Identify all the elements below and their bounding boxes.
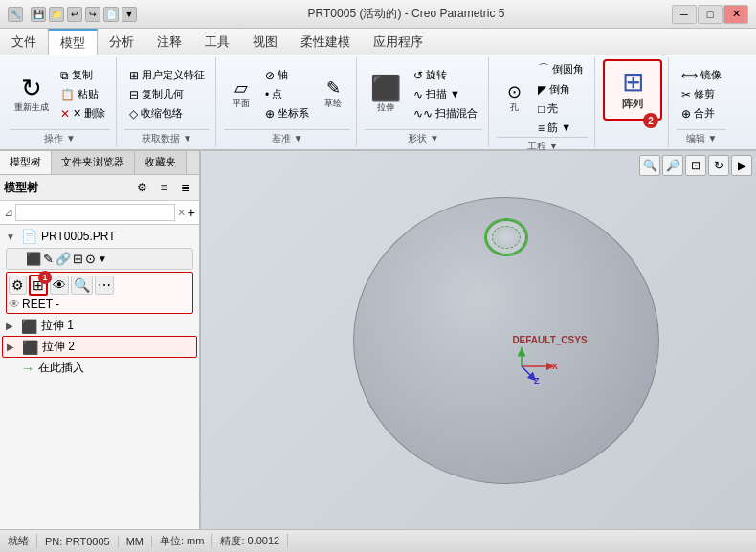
regenerate-button[interactable]: ↻ 重新生成 (10, 72, 54, 118)
tree-root[interactable]: ▼ 📄 PRT0005.PRT (2, 227, 197, 246)
menu-notes[interactable]: 注释 (145, 29, 193, 55)
vp-fit-icon[interactable]: ⊡ (685, 155, 706, 176)
menu-flex[interactable]: 柔性建模 (289, 29, 362, 55)
redo-icon[interactable]: ↪ (85, 7, 100, 22)
datum-buttons: ▱ 平面 ⊘ 轴 • 点 ⊕ 坐标系 ✎ 草绘 (224, 59, 350, 129)
vp-more-icon[interactable]: ▶ (731, 155, 752, 176)
array-icon: ⊞ (622, 69, 644, 96)
coord-button[interactable]: ⊕ 坐标系 (260, 104, 314, 122)
expand-icon: ▼ (6, 232, 17, 242)
main-area: 模型树 文件夹浏览器 收藏夹 模型树 ⚙ ≡ ≣ ⊿ ✕ + ▼ 📄 PRT00… (0, 151, 756, 529)
search-clear-icon[interactable]: ✕ (177, 207, 186, 219)
edit-col: ⧉ 复制 📋 粘贴 ✕ ✕ 删除 (56, 66, 110, 122)
mirror-button[interactable]: ⟺ 镜像 (677, 66, 726, 84)
save-icon[interactable]: 💾 (31, 7, 46, 22)
ctx-icon-more[interactable]: ⋯ (95, 276, 114, 295)
status-ready: 就绪 (8, 534, 37, 548)
plane-button[interactable]: ▱ 平面 (224, 76, 258, 114)
title-bar: 🔧 💾 📁 ↩ ↪ 📄 ▼ PRT0005 (活动的) - Creo Param… (0, 0, 756, 29)
round-icon: ⌒ (538, 61, 549, 77)
user-feature-button[interactable]: ⊞ 用户定义特征 (124, 66, 210, 84)
insert-here-item[interactable]: → 在此插入 (2, 358, 197, 378)
extrude-button[interactable]: ⬛ 拉伸 (365, 72, 407, 118)
sketch-button[interactable]: ✎ 草绘 (316, 76, 350, 114)
insert-icon: → (21, 361, 34, 376)
minimize-button[interactable]: ─ (672, 5, 697, 24)
hole-feature (485, 219, 527, 255)
axis-icon: ⊘ (265, 69, 275, 82)
tab-folder-browser[interactable]: 文件夹浏览器 (52, 151, 135, 174)
filter-icon: ⊿ (4, 206, 13, 219)
round-button[interactable]: ⌒ 倒圆角 (533, 59, 589, 79)
root-icon: 📄 (21, 229, 37, 244)
extrude1-item[interactable]: ▶ ⬛ 拉伸 1 (2, 316, 197, 336)
swept-blend-button[interactable]: ∿∿ 扫描混合 (409, 104, 482, 122)
menu-apps[interactable]: 应用程序 (362, 29, 434, 55)
revolve-icon: ↺ (413, 69, 423, 82)
maximize-button[interactable]: □ (698, 5, 723, 24)
tree-tb-icon2[interactable]: ✎ (43, 252, 54, 266)
sweep-button[interactable]: ∿ 扫描 ▼ (409, 85, 482, 103)
hole-button[interactable]: ⊙ 孔 (497, 79, 531, 118)
chamfer-button[interactable]: ◤ 倒角 (533, 80, 589, 99)
ctx-badge: 1 (38, 271, 52, 284)
tree-tb-icon5[interactable]: ⊙ (85, 252, 96, 266)
eng-col: ⌒ 倒圆角 ◤ 倒角 □ 壳 ≡ 筋 ▼ (533, 59, 589, 137)
undo-icon[interactable]: ↩ (67, 7, 82, 22)
ctx-icon-settings[interactable]: ⚙ (9, 276, 27, 295)
ribbon: ↻ 重新生成 ⧉ 复制 📋 粘贴 ✕ ✕ 删除 操作 ▼ (0, 55, 756, 151)
tree-more-icon[interactable]: ≣ (176, 178, 195, 197)
tree-tb-icon1[interactable]: ⬛ (26, 252, 41, 266)
extrude2-icon: ⬛ (22, 340, 38, 355)
search-add-icon[interactable]: + (188, 205, 195, 220)
ctx-icon-view[interactable]: 🔍 (71, 276, 93, 295)
shrinkwrap-button[interactable]: ◇ 收缩包络 (124, 104, 210, 122)
tab-model-tree[interactable]: 模型树 (0, 151, 52, 174)
ctx-icon-array-highlighted[interactable]: ⊞ 1 (29, 275, 48, 296)
vp-spin-icon[interactable]: ↻ (708, 155, 729, 176)
shell-button[interactable]: □ 壳 (533, 99, 589, 118)
revolve-button[interactable]: ↺ 旋转 (409, 66, 482, 84)
vp-zoom-out-icon[interactable]: 🔎 (662, 155, 683, 176)
model-tree: ▼ 📄 PRT0005.PRT ⬛ ✎ 🔗 ⊞ ⊙ ▼ ⚙ ⊞ 1 (0, 225, 199, 529)
tree-columns-icon[interactable]: ≡ (154, 178, 173, 197)
tree-tb-dropdown[interactable]: ▼ (98, 254, 107, 264)
datum-col: ⊘ 轴 • 点 ⊕ 坐标系 (260, 66, 314, 122)
close-button[interactable]: ✕ (723, 5, 748, 24)
sketch-icon: ✎ (326, 79, 341, 97)
reet-label-row: 👁 REET - (9, 298, 190, 311)
menu-tools[interactable]: 工具 (193, 29, 241, 55)
trim-button[interactable]: ✂ 修剪 (677, 85, 726, 103)
shell-icon: □ (538, 102, 545, 116)
edit-btns-col: ⟺ 镜像 ✂ 修剪 ⊕ 合并 (677, 66, 726, 122)
menu-file[interactable]: 文件 (0, 29, 48, 55)
menu-analysis[interactable]: 分析 (98, 29, 145, 55)
search-input[interactable] (15, 204, 175, 221)
tree-tb-icon3[interactable]: 🔗 (56, 252, 71, 266)
tab-favorites[interactable]: 收藏夹 (135, 151, 187, 174)
tree-tb-icon4[interactable]: ⊞ (73, 252, 83, 266)
copy-icon: ⧉ (60, 69, 69, 82)
new-icon[interactable]: 📄 (103, 7, 119, 22)
merge-button[interactable]: ⊕ 合并 (677, 104, 726, 122)
open-icon[interactable]: 📁 (49, 7, 64, 22)
paste-button[interactable]: 📋 粘贴 (56, 85, 110, 103)
copy-button[interactable]: ⧉ 复制 (56, 66, 110, 84)
array-button[interactable]: ⊞ 阵列 (609, 65, 656, 115)
ctx-icon-eye[interactable]: 👁 (50, 276, 69, 295)
rib-icon: ≡ (538, 121, 545, 135)
extrude2-item[interactable]: ▶ ⬛ 拉伸 2 (2, 336, 197, 358)
rib-button[interactable]: ≡ 筋 ▼ (533, 119, 589, 137)
more-icon[interactable]: ▼ (122, 7, 137, 22)
point-button[interactable]: • 点 (260, 85, 314, 103)
menu-model[interactable]: 模型 (48, 29, 98, 55)
delete-button[interactable]: ✕ ✕ 删除 (56, 104, 110, 122)
vp-zoom-in-icon[interactable]: 🔍 (639, 155, 660, 176)
copy-geom-button[interactable]: ⊟ 复制几何 (124, 85, 210, 103)
mirror-icon: ⟺ (681, 69, 698, 82)
paste-icon: 📋 (60, 88, 75, 101)
menu-view[interactable]: 视图 (241, 29, 289, 55)
reet-label: REET - (22, 298, 59, 311)
tree-settings-icon[interactable]: ⚙ (132, 178, 151, 197)
axis-button[interactable]: ⊘ 轴 (260, 66, 314, 84)
